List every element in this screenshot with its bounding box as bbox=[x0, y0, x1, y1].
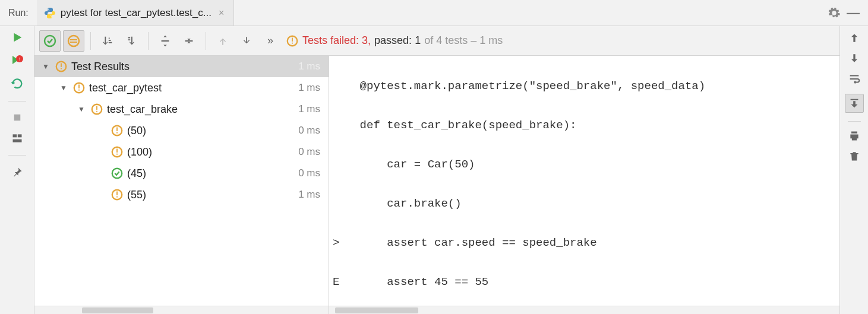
test-status: Tests failed: 3, passed: 1 of 4 tests – … bbox=[286, 34, 503, 47]
pin-icon[interactable] bbox=[11, 166, 23, 178]
prev-icon[interactable] bbox=[212, 30, 233, 52]
console-line: car.brake() bbox=[333, 194, 839, 214]
tree-case[interactable]: (55)1 ms bbox=[34, 184, 329, 205]
svg-text:!: ! bbox=[18, 56, 20, 62]
warning-icon bbox=[286, 34, 299, 47]
layout-icon[interactable] bbox=[11, 132, 23, 144]
console-line: @pytest.mark.parametrize("speed_brake", … bbox=[333, 77, 839, 96]
svg-rect-15 bbox=[61, 68, 62, 69]
toggle-autotest-icon[interactable] bbox=[11, 77, 24, 90]
warning-icon bbox=[111, 124, 124, 137]
gear-icon[interactable] bbox=[828, 7, 841, 20]
tree-root[interactable]: ▼ Test Results 1 ms bbox=[34, 56, 329, 77]
tab-title: pytest for test_car_pytest.test_c... bbox=[61, 7, 212, 19]
expand-all-icon[interactable] bbox=[154, 30, 176, 52]
rerun-failed-icon[interactable]: ! bbox=[10, 53, 24, 68]
svg-rect-18 bbox=[78, 90, 80, 91]
svg-rect-21 bbox=[96, 111, 97, 112]
stop-icon[interactable] bbox=[12, 112, 23, 123]
case-time: 0 ms bbox=[298, 125, 320, 137]
print-icon[interactable] bbox=[848, 130, 860, 142]
warning-icon bbox=[90, 103, 103, 116]
soft-wrap-icon[interactable] bbox=[848, 72, 861, 85]
chevron-down-icon[interactable]: ▼ bbox=[40, 62, 51, 71]
close-icon[interactable]: × bbox=[216, 8, 226, 18]
svg-rect-31 bbox=[116, 196, 118, 198]
svg-point-1 bbox=[51, 16, 52, 17]
run-header: Run: pytest for test_car_pytest.test_c..… bbox=[0, 0, 868, 26]
svg-rect-24 bbox=[116, 132, 118, 134]
svg-rect-17 bbox=[78, 85, 80, 88]
svg-rect-12 bbox=[292, 42, 293, 43]
svg-point-0 bbox=[48, 8, 49, 9]
tree-case[interactable]: (100)0 ms bbox=[34, 141, 329, 163]
arrow-down-icon[interactable] bbox=[848, 52, 860, 64]
run-tab[interactable]: pytest for test_car_pytest.test_c... × bbox=[37, 0, 235, 26]
svg-rect-20 bbox=[96, 106, 97, 110]
svg-rect-4 bbox=[14, 115, 20, 121]
python-icon bbox=[44, 7, 56, 19]
tree-case[interactable]: (45)0 ms bbox=[34, 163, 329, 184]
tree-case[interactable]: (50)0 ms bbox=[34, 120, 329, 141]
status-passed: passed: 1 bbox=[374, 34, 421, 47]
test-toolbar: » Tests failed: 3, passed: 1 of 4 tests … bbox=[34, 26, 839, 56]
chevron-down-icon[interactable]: ▼ bbox=[76, 105, 87, 113]
scrollbar[interactable] bbox=[34, 306, 329, 314]
case-time: 0 ms bbox=[298, 167, 320, 179]
collapse-all-icon[interactable] bbox=[178, 30, 200, 52]
case-label: (50) bbox=[127, 125, 298, 137]
svg-rect-30 bbox=[116, 192, 118, 195]
console-line: E assert 45 == 55 bbox=[333, 272, 839, 292]
case-label: (55) bbox=[127, 189, 298, 201]
case-label: (100) bbox=[127, 146, 298, 158]
test-tree: ▼ Test Results 1 ms ▼ bbox=[34, 56, 329, 314]
sort-icon[interactable] bbox=[97, 30, 118, 52]
status-suffix: of 4 tests – 1 ms bbox=[424, 34, 503, 47]
case-time: 0 ms bbox=[298, 146, 320, 158]
svg-rect-23 bbox=[116, 128, 118, 131]
right-gutter bbox=[839, 26, 868, 314]
case-time: 1 ms bbox=[298, 189, 320, 201]
svg-rect-14 bbox=[61, 64, 62, 67]
trash-icon[interactable] bbox=[848, 150, 860, 162]
scrollbar[interactable] bbox=[329, 306, 839, 314]
console-output: @pytest.mark.parametrize("speed_brake", … bbox=[329, 56, 839, 314]
run-icon[interactable] bbox=[11, 31, 24, 44]
svg-rect-6 bbox=[17, 134, 21, 137]
svg-rect-11 bbox=[292, 37, 293, 41]
svg-rect-26 bbox=[116, 149, 118, 153]
console-line: def test_car_brake(speed_brake): bbox=[333, 116, 839, 135]
svg-rect-27 bbox=[116, 154, 118, 155]
minimize-icon[interactable]: — bbox=[847, 5, 860, 21]
warning-icon bbox=[111, 145, 124, 158]
left-gutter: ! bbox=[0, 26, 34, 314]
chevron-down-icon[interactable]: ▼ bbox=[58, 84, 69, 92]
show-passed-icon[interactable] bbox=[39, 30, 61, 52]
warning-icon bbox=[111, 188, 124, 201]
arrow-up-icon[interactable] bbox=[848, 32, 860, 44]
svg-point-9 bbox=[68, 36, 79, 46]
more-icon[interactable]: » bbox=[260, 30, 281, 52]
collapse-icon[interactable] bbox=[121, 30, 142, 52]
console-line: car = Car(50) bbox=[333, 155, 839, 175]
scroll-to-end-icon[interactable] bbox=[845, 94, 864, 113]
case-label: (45) bbox=[127, 167, 298, 180]
tree-test[interactable]: ▼ test_car_brake 1 ms bbox=[34, 99, 329, 120]
tree-module[interactable]: ▼ test_car_pytest 1 ms bbox=[34, 77, 329, 99]
svg-rect-5 bbox=[12, 134, 17, 137]
svg-rect-7 bbox=[12, 139, 21, 142]
next-icon[interactable] bbox=[236, 30, 257, 52]
show-ignored-icon[interactable] bbox=[63, 30, 84, 52]
check-icon bbox=[111, 167, 124, 180]
run-label: Run: bbox=[0, 8, 37, 18]
console-line: > assert car.speed == speed_brake bbox=[333, 233, 839, 253]
warning-icon bbox=[72, 81, 86, 94]
warning-icon bbox=[55, 60, 68, 73]
status-failed: Tests failed: 3, bbox=[302, 34, 371, 47]
